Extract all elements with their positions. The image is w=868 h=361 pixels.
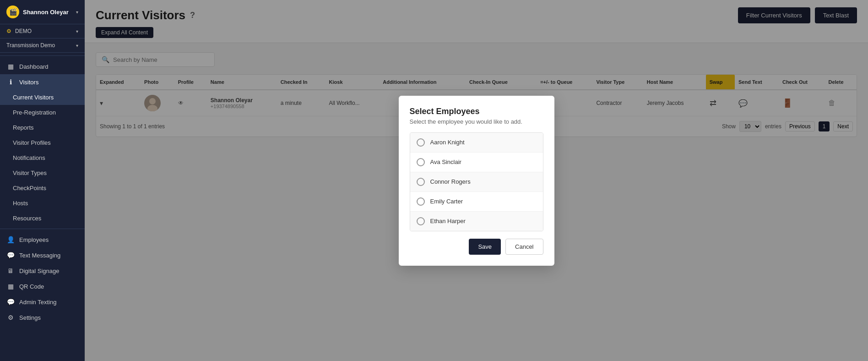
- sidebar-item-admin-texting[interactable]: 💬 Admin Texting: [0, 294, 85, 310]
- sidebar-item-text-messaging[interactable]: 💬 Text Messaging: [0, 247, 85, 263]
- sidebar-item-notifications[interactable]: Notifications: [0, 150, 85, 165]
- user-avatar-icon: 🎬: [6, 5, 19, 18]
- settings-icon: ⚙: [6, 314, 15, 321]
- employees-icon: 👤: [6, 236, 15, 243]
- sidebar-notifications-label: Notifications: [13, 154, 45, 161]
- radio-emily-carter[interactable]: [417, 197, 425, 206]
- sidebar-item-current-visitors[interactable]: Current Visitors: [0, 90, 85, 105]
- sidebar-visitor-types-label: Visitor Types: [13, 170, 47, 176]
- admin-texting-icon: 💬: [6, 298, 15, 306]
- modal-save-button[interactable]: Save: [469, 239, 501, 255]
- sidebar-pre-registration-label: Pre-Registration: [13, 109, 56, 116]
- employee-list: Aaron Knight Ava Sinclair Connor Rogers …: [410, 132, 543, 231]
- employee-name: Connor Rogers: [430, 178, 471, 185]
- qr-code-icon: ▦: [6, 283, 15, 290]
- sidebar-transmission-row[interactable]: Transmission Demo ▾: [0, 38, 85, 53]
- dashboard-icon: ▦: [6, 63, 15, 70]
- employee-name: Emily Carter: [430, 198, 463, 205]
- sidebar-item-reports[interactable]: Reports: [0, 120, 85, 135]
- sidebar-settings-label: Settings: [19, 314, 41, 321]
- employee-list-item[interactable]: Connor Rogers: [410, 172, 543, 192]
- sidebar-digital-signage-label: Digital Signage: [19, 268, 59, 274]
- sidebar-resources-label: Resources: [13, 215, 41, 222]
- digital-signage-icon: 🖥: [6, 267, 15, 274]
- sidebar-dashboard-label: Dashboard: [19, 63, 49, 70]
- demo-chevron-icon: ▾: [76, 29, 78, 34]
- employee-name: Ava Sinclair: [430, 159, 461, 165]
- sidebar-transmission-label: Transmission Demo: [6, 42, 72, 49]
- visitors-icon: ℹ: [6, 78, 15, 86]
- sidebar-item-digital-signage[interactable]: 🖥 Digital Signage: [0, 263, 85, 279]
- sidebar-visitors-label: Visitors: [19, 79, 38, 86]
- radio-connor-rogers[interactable]: [417, 178, 425, 186]
- sidebar-item-qr-code[interactable]: ▦ QR Code: [0, 279, 85, 294]
- sidebar-current-visitors-label: Current Visitors: [13, 94, 54, 101]
- sidebar-visitor-profiles-label: Visitor Profiles: [13, 139, 51, 146]
- employee-list-item[interactable]: Ava Sinclair: [410, 153, 543, 172]
- modal-footer: Save Cancel: [410, 239, 543, 255]
- sidebar-reports-label: Reports: [13, 124, 34, 131]
- modal-subtitle: Select the employee you would like to ad…: [410, 118, 543, 125]
- user-chevron-icon: ▾: [76, 10, 78, 15]
- sidebar-text-messaging-label: Text Messaging: [19, 252, 60, 259]
- sidebar-item-settings[interactable]: ⚙ Settings: [0, 310, 85, 325]
- sidebar-divider-2: [0, 229, 85, 229]
- sidebar-item-dashboard[interactable]: ▦ Dashboard: [0, 59, 85, 74]
- demo-icon: ⚙: [6, 28, 11, 34]
- sidebar-qr-code-label: QR Code: [19, 283, 44, 290]
- radio-ethan-harper[interactable]: [417, 217, 425, 225]
- sidebar-item-hosts[interactable]: Hosts: [0, 196, 85, 211]
- employee-list-item[interactable]: Ethan Harper: [410, 212, 543, 231]
- sidebar: 🎬 Shannon Oleyar ▾ ⚙ DEMO ▾ Transmission…: [0, 0, 85, 361]
- sidebar-employees-label: Employees: [19, 236, 49, 243]
- sidebar-divider: [0, 55, 85, 56]
- transmission-chevron-icon: ▾: [76, 43, 78, 48]
- sidebar-username: Shannon Oleyar: [23, 9, 72, 16]
- sidebar-user[interactable]: 🎬 Shannon Oleyar ▾: [0, 0, 85, 24]
- sidebar-demo-label: DEMO: [15, 28, 72, 34]
- sidebar-checkpoints-label: CheckPoints: [13, 185, 46, 191]
- sidebar-demo-row[interactable]: ⚙ DEMO ▾: [0, 24, 85, 38]
- employee-list-item[interactable]: Aaron Knight: [410, 133, 543, 153]
- sidebar-item-visitor-profiles[interactable]: Visitor Profiles: [0, 135, 85, 150]
- sidebar-item-resources[interactable]: Resources: [0, 211, 85, 226]
- radio-ava-sinclair[interactable]: [417, 158, 425, 166]
- sidebar-item-checkpoints[interactable]: CheckPoints: [0, 180, 85, 196]
- employee-name: Aaron Knight: [430, 139, 465, 146]
- sidebar-item-pre-registration[interactable]: Pre-Registration: [0, 105, 85, 120]
- modal-title: Select Employees: [410, 107, 543, 116]
- sidebar-item-employees[interactable]: 👤 Employees: [0, 232, 85, 247]
- modal-cancel-button[interactable]: Cancel: [505, 239, 543, 255]
- sidebar-admin-texting-label: Admin Texting: [19, 299, 56, 306]
- employee-list-item[interactable]: Emily Carter: [410, 192, 543, 212]
- sidebar-item-visitor-types[interactable]: Visitor Types: [0, 165, 85, 180]
- text-messaging-icon: 💬: [6, 252, 15, 259]
- main-content: Current Visitors ? Filter Current Visito…: [85, 0, 868, 361]
- modal-overlay: Select Employees Select the employee you…: [85, 0, 868, 361]
- select-employees-modal: Select Employees Select the employee you…: [399, 96, 554, 266]
- sidebar-item-visitors[interactable]: ℹ Visitors: [0, 74, 85, 90]
- sidebar-hosts-label: Hosts: [13, 200, 28, 207]
- employee-name: Ethan Harper: [430, 218, 466, 224]
- radio-aaron-knight[interactable]: [417, 138, 425, 147]
